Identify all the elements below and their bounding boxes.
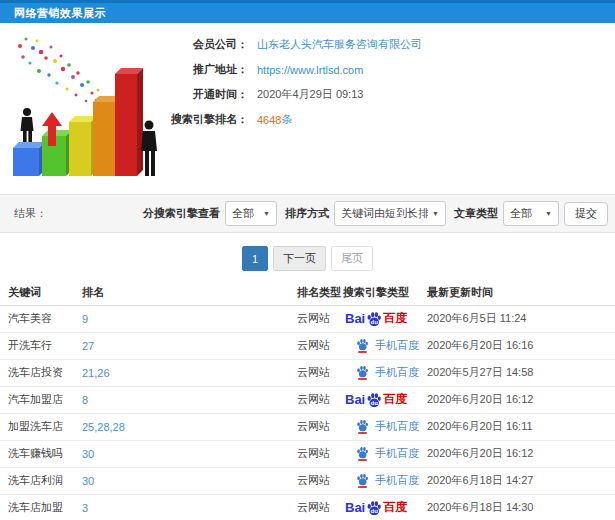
confetti-dots	[18, 38, 100, 103]
info-label: 推广地址：	[158, 62, 248, 77]
updated-cell: 2020年6月20日 16:11	[427, 413, 615, 440]
rank-link[interactable]: 9	[82, 313, 88, 325]
updated-cell: 2020年6月20日 16:12	[427, 386, 615, 413]
col-header-rank-type: 排名类型	[297, 280, 343, 305]
mobile-baidu-paw-icon	[355, 473, 370, 488]
rank-link[interactable]: 30	[82, 475, 94, 487]
keyword-cell: 洗车店加盟	[0, 494, 82, 520]
baidu-logo-cn: 百度	[383, 391, 407, 408]
sort-select[interactable]: 关键词由短到长排序 ▼	[334, 201, 446, 226]
mobile-baidu-badge: 手机百度	[355, 338, 419, 353]
col-header-engine-type: 搜索引擎类型	[343, 280, 427, 305]
keyword-cell: 开洗车行	[0, 332, 82, 359]
rank-cell: 9	[82, 305, 297, 332]
info-link[interactable]: https://www.lrtlsd.com	[257, 64, 363, 76]
last-page-button[interactable]: 尾页	[331, 246, 373, 271]
rank-cell: 3	[82, 494, 297, 520]
businessman-left-figure	[21, 108, 34, 142]
baidu-logo: Bai du 百度	[345, 499, 407, 516]
info-label: 搜索引擎排名：	[158, 112, 248, 127]
baidu-logo-cn: 百度	[383, 499, 407, 516]
rank-type-cell: 云网站	[297, 467, 343, 494]
header-bar: 网络营销效果展示	[0, 0, 615, 23]
rank-cell: 25,28,28	[82, 413, 297, 440]
rank-type-cell: 云网站	[297, 359, 343, 386]
table-row: 洗车赚钱吗30云网站 手机百度 2020年6月20日 16:12	[0, 440, 615, 467]
rank-link[interactable]: 27	[82, 340, 94, 352]
engine-cell: Bai du 百度	[343, 305, 427, 332]
sort-select-value: 关键词由短到长排序	[341, 206, 428, 221]
updated-cell: 2020年6月18日 14:27	[427, 467, 615, 494]
info-row: 搜索引擎排名：4648条	[158, 111, 422, 128]
rank-type-cell: 云网站	[297, 386, 343, 413]
info-link[interactable]: 山东老人头汽车服务咨询有限公司	[257, 37, 422, 52]
rank-type-cell: 云网站	[297, 413, 343, 440]
engine-cell: Bai du 百度	[343, 494, 427, 520]
col-header-rank: 排名	[82, 280, 297, 305]
table-header-row: 关键词 排名 排名类型 搜索引擎类型 最新更新时间	[0, 280, 615, 305]
mobile-baidu-paw-icon	[355, 419, 370, 434]
info-row: 推广地址：https://www.lrtlsd.com	[158, 61, 422, 78]
mobile-baidu-label: 手机百度	[375, 365, 419, 380]
mobile-baidu-badge: 手机百度	[355, 365, 419, 380]
next-page-button[interactable]: 下一页	[273, 246, 326, 271]
rank-type-cell: 云网站	[297, 494, 343, 520]
rank-cell: 30	[82, 467, 297, 494]
rank-link[interactable]: 21,26	[82, 367, 110, 379]
mobile-baidu-paw-icon	[355, 446, 370, 461]
caret-down-icon: ▼	[263, 210, 270, 217]
mobile-baidu-label: 手机百度	[375, 473, 419, 488]
baidu-logo: Bai du 百度	[345, 310, 407, 327]
article-type-select[interactable]: 全部 ▼	[503, 201, 559, 226]
rank-cell: 21,26	[82, 359, 297, 386]
keyword-cell: 汽车美容	[0, 305, 82, 332]
filter-bar: 结果： 分搜索引擎查看 全部 ▼ 排序方式 关键词由短到长排序 ▼ 文章类型 全…	[0, 194, 615, 233]
baidu-logo-bai: Bai	[345, 392, 365, 407]
caret-down-icon: ▼	[545, 210, 552, 217]
engine-select-value: 全部	[232, 206, 259, 221]
mobile-baidu-paw-icon	[355, 338, 370, 353]
rank-link[interactable]: 3	[82, 502, 88, 514]
rank-link[interactable]: 30	[82, 448, 94, 460]
updated-cell: 2020年6月18日 14:30	[427, 494, 615, 520]
summary-panel: 会员公司：山东老人头汽车服务咨询有限公司推广地址：https://www.lrt…	[0, 23, 615, 194]
table-row: 开洗车行27云网站 手机百度 2020年6月20日 16:16	[0, 332, 615, 359]
sort-filter-label: 排序方式	[285, 206, 329, 221]
baidu-logo-bai: Bai	[345, 500, 365, 515]
bar-chart-illustration-svg	[8, 30, 160, 182]
results-table: 关键词 排名 排名类型 搜索引擎类型 最新更新时间 汽车美容9云网站 Bai d…	[0, 280, 615, 520]
keyword-cell: 加盟洗车店	[0, 413, 82, 440]
bar-chart-illustration	[8, 30, 160, 182]
mobile-baidu-badge: 手机百度	[355, 473, 419, 488]
keyword-cell: 洗车店投资	[0, 359, 82, 386]
caret-down-icon: ▼	[432, 210, 439, 217]
engine-cell: 手机百度	[343, 467, 427, 494]
ranking-unit: 条	[281, 112, 292, 127]
article-type-select-value: 全部	[510, 206, 541, 221]
table-row: 洗车店加盟3云网站 Bai du 百度 2020年6月18日 14:30	[0, 494, 615, 520]
mobile-baidu-label: 手机百度	[375, 446, 419, 461]
rank-type-cell: 云网站	[297, 440, 343, 467]
info-label: 开通时间：	[158, 87, 248, 102]
rank-type-cell: 云网站	[297, 305, 343, 332]
engine-filter-label: 分搜索引擎查看	[143, 206, 220, 221]
submit-button[interactable]: 提交	[564, 202, 608, 226]
rank-link[interactable]: 8	[82, 394, 88, 406]
rank-link[interactable]: 25,28,28	[82, 421, 125, 433]
engine-cell: 手机百度	[343, 332, 427, 359]
svg-text:du: du	[371, 400, 379, 406]
rank-cell: 8	[82, 386, 297, 413]
col-header-updated: 最新更新时间	[427, 280, 615, 305]
rank-cell: 30	[82, 440, 297, 467]
pagination: 1 下一页 尾页	[0, 246, 615, 271]
page-1-button[interactable]: 1	[242, 246, 268, 271]
info-label: 会员公司：	[158, 37, 248, 52]
ranking-count: 4648	[257, 114, 281, 126]
table-row: 加盟洗车店25,28,28云网站 手机百度 2020年6月20日 16:11	[0, 413, 615, 440]
engine-select[interactable]: 全部 ▼	[225, 201, 277, 226]
info-row: 开通时间：2020年4月29日 09:13	[158, 86, 422, 103]
info-value: 2020年4月29日 09:13	[257, 87, 363, 102]
updated-cell: 2020年6月20日 16:12	[427, 440, 615, 467]
baidu-paw-icon: du	[366, 500, 382, 516]
keyword-cell: 洗车店利润	[0, 467, 82, 494]
